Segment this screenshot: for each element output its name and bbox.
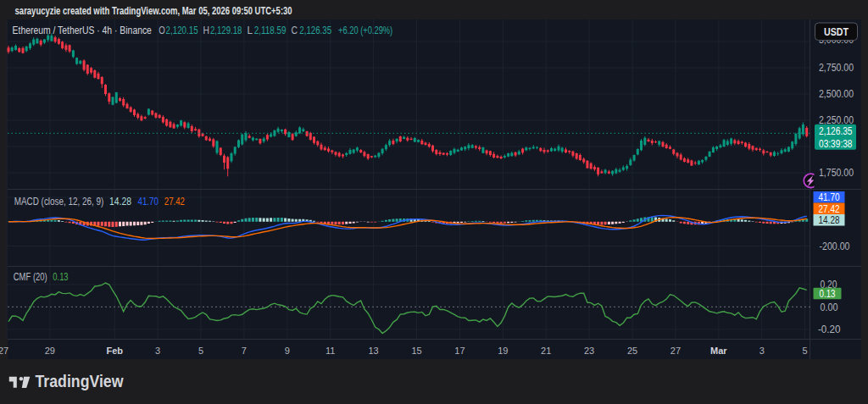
- svg-text:C: C: [292, 25, 298, 36]
- svg-text:2,118.59: 2,118.59: [254, 25, 287, 36]
- svg-text:sarayucyzie created with Tradi: sarayucyzie created with TradingView.com…: [15, 5, 292, 17]
- svg-text:Feb: Feb: [106, 346, 123, 356]
- svg-text:03:39:38: 03:39:38: [819, 138, 853, 150]
- svg-text:41.70: 41.70: [137, 196, 159, 208]
- svg-text:2,126.35: 2,126.35: [819, 125, 853, 137]
- svg-text:13: 13: [368, 346, 378, 356]
- svg-text:TradingView: TradingView: [36, 372, 125, 390]
- svg-text:2,750.00: 2,750.00: [819, 62, 854, 74]
- svg-text:5: 5: [198, 346, 203, 356]
- svg-text:9: 9: [285, 346, 290, 356]
- svg-text:+6.20 (+0.29%): +6.20 (+0.29%): [338, 25, 392, 36]
- svg-text:-200.00: -200.00: [820, 241, 850, 252]
- svg-text:H: H: [203, 25, 210, 36]
- svg-text:2,500.00: 2,500.00: [819, 88, 854, 100]
- svg-text:Ethereum / TetherUS · 4h · Bin: Ethereum / TetherUS · 4h · Binance: [13, 25, 153, 36]
- svg-text:7: 7: [242, 346, 247, 356]
- svg-text:O: O: [159, 25, 165, 36]
- svg-text:0.00: 0.00: [821, 302, 838, 313]
- svg-text:2,120.15: 2,120.15: [166, 25, 198, 36]
- svg-text:14.28: 14.28: [109, 196, 131, 208]
- svg-text:27: 27: [0, 346, 8, 356]
- svg-text:3: 3: [760, 346, 765, 356]
- svg-text:15: 15: [411, 346, 421, 356]
- svg-text:-0.20: -0.20: [818, 324, 841, 335]
- svg-text:0.13: 0.13: [53, 271, 69, 283]
- svg-text:0.13: 0.13: [820, 288, 836, 300]
- svg-text:41.70: 41.70: [819, 191, 840, 203]
- svg-text:27.42: 27.42: [819, 203, 840, 215]
- svg-text:27: 27: [670, 346, 681, 356]
- svg-text:19: 19: [498, 346, 508, 356]
- svg-text:Mar: Mar: [710, 346, 727, 356]
- svg-text:14.28: 14.28: [819, 214, 840, 226]
- svg-text:21: 21: [541, 346, 551, 356]
- svg-text:11: 11: [326, 346, 335, 356]
- svg-text:2,129.18: 2,129.18: [210, 25, 242, 36]
- svg-text:27.42: 27.42: [164, 196, 185, 208]
- svg-text:CMF (20): CMF (20): [14, 271, 47, 283]
- svg-text:L: L: [247, 25, 253, 36]
- svg-text:25: 25: [627, 346, 637, 356]
- svg-text:USDT: USDT: [824, 26, 849, 38]
- svg-text:3: 3: [155, 346, 160, 356]
- svg-text:1,750.00: 1,750.00: [819, 167, 854, 179]
- svg-text:29: 29: [45, 346, 55, 356]
- svg-text:23: 23: [584, 346, 594, 356]
- svg-text:5: 5: [803, 346, 808, 356]
- svg-text:2,126.35: 2,126.35: [299, 25, 331, 36]
- svg-text:17: 17: [454, 346, 465, 356]
- svg-text:MACD (close, 12, 26, 9): MACD (close, 12, 26, 9): [14, 196, 104, 208]
